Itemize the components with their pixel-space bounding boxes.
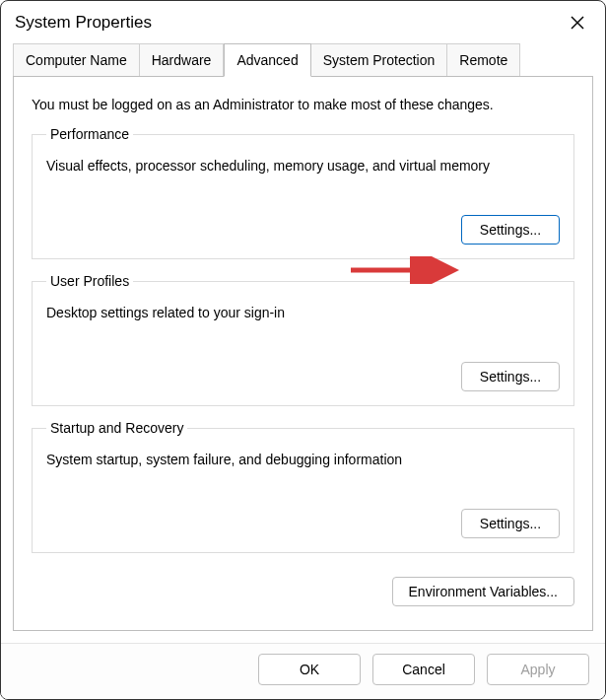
tab-advanced[interactable]: Advanced: [224, 43, 310, 77]
user-profiles-group: User Profiles Desktop settings related t…: [32, 273, 574, 406]
cancel-button[interactable]: Cancel: [372, 654, 475, 685]
tab-content: You must be logged on as an Administrato…: [13, 76, 593, 631]
startup-recovery-group: Startup and Recovery System startup, sys…: [32, 420, 574, 553]
startup-recovery-settings-button[interactable]: Settings...: [461, 509, 560, 538]
startup-recovery-legend: Startup and Recovery: [46, 420, 187, 436]
system-properties-window: System Properties Computer Name Hardware…: [0, 0, 606, 700]
user-profiles-settings-button[interactable]: Settings...: [461, 362, 560, 391]
user-profiles-desc: Desktop settings related to your sign-in: [46, 305, 560, 320]
performance-legend: Performance: [46, 126, 133, 142]
admin-notice: You must be logged on as an Administrato…: [32, 97, 574, 112]
window-title: System Properties: [15, 13, 152, 33]
performance-group: Performance Visual effects, processor sc…: [32, 126, 574, 259]
tab-remote[interactable]: Remote: [447, 43, 520, 77]
tab-hardware[interactable]: Hardware: [140, 43, 225, 77]
close-button[interactable]: [564, 9, 591, 36]
performance-settings-button[interactable]: Settings...: [461, 215, 560, 245]
ok-button[interactable]: OK: [258, 654, 361, 685]
performance-desc: Visual effects, processor scheduling, me…: [46, 158, 560, 174]
startup-recovery-desc: System startup, system failure, and debu…: [46, 452, 560, 467]
apply-button[interactable]: Apply: [487, 654, 589, 685]
close-icon: [570, 15, 585, 31]
environment-variables-button[interactable]: Environment Variables...: [392, 577, 574, 606]
dialog-footer: OK Cancel Apply: [1, 643, 605, 699]
tabs: Computer Name Hardware Advanced System P…: [1, 42, 605, 76]
tab-system-protection[interactable]: System Protection: [311, 43, 448, 77]
titlebar: System Properties: [1, 1, 605, 42]
user-profiles-legend: User Profiles: [46, 273, 133, 289]
tab-computer-name[interactable]: Computer Name: [13, 43, 140, 77]
